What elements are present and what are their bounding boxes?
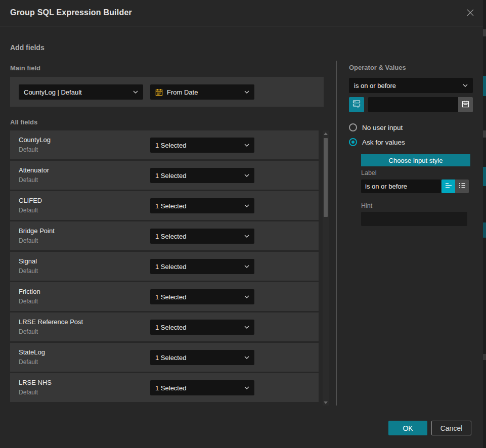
calendar-icon bbox=[462, 100, 469, 110]
field-sublabel: Default bbox=[19, 146, 38, 153]
close-icon bbox=[466, 9, 474, 19]
cancel-button[interactable]: Cancel bbox=[431, 421, 471, 435]
field-sublabel: Default bbox=[19, 298, 38, 305]
operator-dropdown[interactable]: is on or before bbox=[349, 78, 473, 93]
main-field-row: CountyLog | Default From Date bbox=[10, 77, 324, 107]
ok-button[interactable]: OK bbox=[388, 421, 427, 435]
radio-circle-selected-icon bbox=[349, 138, 357, 146]
all-fields-label: All fields bbox=[10, 118, 37, 126]
all-fields-list: CountyLog Default 1 Selected Attenuator … bbox=[10, 130, 319, 404]
bulleted-list-icon bbox=[458, 182, 466, 192]
chevron-down-icon bbox=[244, 386, 249, 389]
chevron-down-icon bbox=[244, 204, 249, 207]
field-row: Signal Default 1 Selected bbox=[10, 252, 319, 281]
radio-circle-icon bbox=[349, 123, 357, 131]
field-name: Bridge Point bbox=[19, 227, 55, 235]
field-row: LRSE Reference Post Default 1 Selected bbox=[10, 312, 319, 341]
label-caption: Label bbox=[361, 169, 377, 176]
fields-scrollbar[interactable] bbox=[323, 130, 329, 406]
main-field-dropdown[interactable]: From Date bbox=[150, 84, 254, 100]
scroll-down-arrow-icon[interactable] bbox=[324, 400, 328, 405]
field-row: Attenuator Default 1 Selected bbox=[10, 161, 319, 190]
background-fragment bbox=[483, 167, 486, 186]
radio-ask-for-values[interactable]: Ask for values bbox=[349, 138, 405, 146]
operator-dropdown-value: is on or before bbox=[354, 82, 459, 89]
field-row: StateLog Default 1 Selected bbox=[10, 343, 319, 372]
dialog-title: Group SQL Expression Builder bbox=[10, 8, 132, 17]
field-sublabel: Default bbox=[19, 359, 38, 366]
chevron-down-icon bbox=[244, 235, 249, 238]
field-selected-dropdown[interactable]: 1 Selected bbox=[150, 168, 254, 183]
group-sql-expression-builder-dialog: Group SQL Expression Builder Add fields … bbox=[0, 0, 483, 448]
field-name: Friction bbox=[19, 288, 40, 295]
date-field-calendar-icon bbox=[155, 88, 163, 96]
field-name: LRSE Reference Post bbox=[19, 318, 83, 326]
field-selected-dropdown[interactable]: 1 Selected bbox=[150, 138, 254, 153]
field-selected-dropdown[interactable]: 1 Selected bbox=[150, 350, 254, 365]
hint-input[interactable] bbox=[361, 212, 467, 226]
close-button[interactable] bbox=[464, 7, 477, 20]
label-input[interactable] bbox=[361, 180, 441, 193]
date-value-input[interactable] bbox=[368, 97, 458, 112]
chevron-down-icon bbox=[133, 91, 138, 94]
field-row: Friction Default 1 Selected bbox=[10, 282, 319, 311]
chevron-down-icon bbox=[244, 144, 249, 147]
background-fragment bbox=[483, 76, 486, 96]
field-sublabel: Default bbox=[19, 237, 38, 244]
panel-divider bbox=[336, 61, 337, 406]
main-field-dropdown-value: From Date bbox=[167, 88, 240, 96]
date-picker-button[interactable] bbox=[458, 97, 473, 112]
chevron-down-icon bbox=[244, 295, 249, 298]
align-left-icon bbox=[445, 182, 453, 192]
field-sublabel: Default bbox=[19, 389, 38, 396]
chevron-down-icon bbox=[244, 174, 249, 177]
label-style-text-toggle[interactable] bbox=[441, 180, 455, 193]
operator-values-title: Operator & Values bbox=[349, 64, 406, 71]
field-row: CLIFED Default 1 Selected bbox=[10, 191, 319, 220]
field-sublabel: Default bbox=[19, 176, 38, 184]
field-name: Signal bbox=[19, 257, 37, 265]
field-name: StateLog bbox=[19, 348, 45, 356]
chevron-down-icon bbox=[244, 265, 249, 268]
hint-caption: Hint bbox=[361, 202, 372, 209]
chevron-down-icon bbox=[244, 356, 249, 359]
main-layer-dropdown-value: CountyLog | Default bbox=[24, 88, 129, 96]
field-name: CountyLog bbox=[19, 136, 51, 144]
background-app-edge bbox=[483, 0, 486, 448]
main-layer-dropdown[interactable]: CountyLog | Default bbox=[19, 84, 143, 100]
field-sublabel: Default bbox=[19, 207, 38, 214]
field-name: Attenuator bbox=[19, 166, 49, 174]
value-mode-button[interactable] bbox=[349, 97, 364, 112]
chevron-down-icon bbox=[463, 84, 468, 87]
field-row: Bridge Point Default 1 Selected bbox=[10, 221, 319, 250]
field-selected-dropdown[interactable]: 1 Selected bbox=[150, 259, 254, 274]
label-style-list-toggle[interactable] bbox=[455, 180, 469, 193]
field-name: CLIFED bbox=[19, 197, 42, 204]
field-selected-dropdown[interactable]: 1 Selected bbox=[150, 289, 254, 304]
dialog-header: Group SQL Expression Builder bbox=[0, 0, 483, 26]
background-fragment bbox=[483, 29, 486, 36]
field-selected-dropdown[interactable]: 1 Selected bbox=[150, 380, 254, 395]
radio-no-user-input[interactable]: No user input bbox=[349, 123, 403, 131]
choose-input-style-button[interactable]: Choose input style bbox=[361, 154, 470, 166]
field-row: LRSE NHS Default 1 Selected bbox=[10, 373, 319, 402]
stacked-values-icon bbox=[352, 100, 361, 110]
scrollbar-thumb[interactable] bbox=[324, 138, 328, 217]
chevron-down-icon bbox=[244, 91, 249, 94]
field-sublabel: Default bbox=[19, 267, 38, 275]
add-fields-heading: Add fields bbox=[10, 43, 45, 52]
main-field-label: Main field bbox=[10, 64, 40, 72]
background-fragment bbox=[483, 354, 486, 360]
scroll-up-arrow-icon[interactable] bbox=[324, 131, 328, 136]
chevron-down-icon bbox=[244, 326, 249, 329]
field-selected-dropdown[interactable]: 1 Selected bbox=[150, 320, 254, 335]
field-selected-dropdown[interactable]: 1 Selected bbox=[150, 229, 254, 244]
background-fragment bbox=[483, 222, 486, 238]
field-name: LRSE NHS bbox=[19, 379, 52, 386]
field-sublabel: Default bbox=[19, 328, 38, 335]
field-selected-dropdown[interactable]: 1 Selected bbox=[150, 198, 254, 213]
field-row: CountyLog Default 1 Selected bbox=[10, 130, 319, 159]
background-fragment bbox=[483, 130, 486, 138]
